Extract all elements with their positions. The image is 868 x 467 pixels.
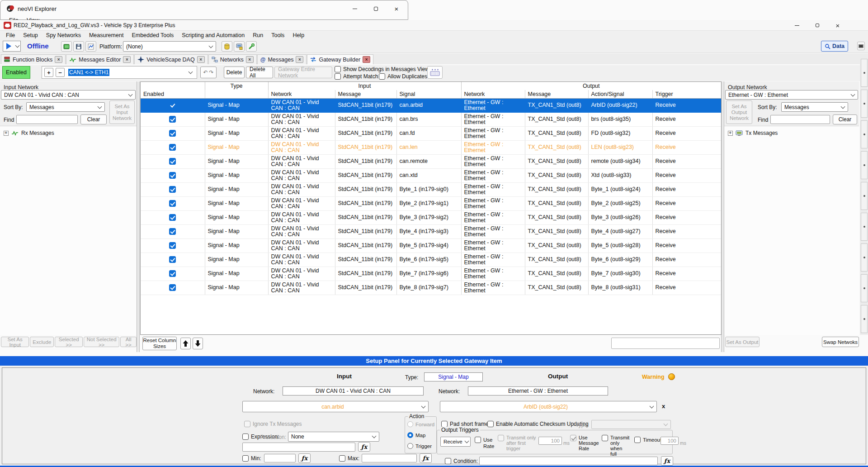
max-checkbox[interactable]: Max: [339, 455, 359, 462]
table-row[interactable]: Signal - Map DW CAN 01 - Vivid CAN : CAN… [141, 154, 721, 168]
col-output-message[interactable]: Message [525, 90, 588, 98]
table-row[interactable]: Signal - Map DW CAN 01 - Vivid CAN : CAN… [141, 281, 721, 295]
table-row[interactable]: Signal - Map DW CAN 01 - Vivid CAN : CAN… [141, 126, 721, 140]
checkbox[interactable] [335, 73, 341, 80]
row-enabled-checkbox[interactable] [169, 270, 176, 277]
move-up-button[interactable] [180, 338, 191, 349]
col-input-message[interactable]: Message [335, 90, 396, 98]
side-panel-toggle[interactable] [857, 42, 865, 50]
radio[interactable] [407, 443, 413, 449]
save-button[interactable] [73, 41, 84, 52]
action-map-radio[interactable]: Map [407, 432, 425, 438]
checkbox[interactable] [445, 458, 451, 464]
tab-close-icon[interactable]: × [296, 56, 303, 63]
output-network-combobox[interactable]: Ethernet - GW : Ethernet [725, 90, 858, 100]
menu-item[interactable]: Scripting and Automation [178, 32, 249, 38]
col-enabled[interactable]: Enabled [141, 90, 205, 98]
timeout-input[interactable]: 100 [660, 437, 679, 445]
row-enabled-checkbox[interactable] [169, 228, 176, 235]
action-trigger-radio[interactable]: Trigger [407, 443, 432, 449]
gateway-enabled-button[interactable]: Enabled [2, 66, 30, 79]
rx-messages-label[interactable]: Rx Messages [21, 130, 54, 136]
left-splitter[interactable] [137, 81, 140, 352]
menu-item[interactable]: Spy Networks [42, 32, 85, 38]
expand-icon[interactable] [4, 131, 9, 136]
table-row[interactable]: Signal - Map DW CAN 01 - Vivid CAN : CAN… [141, 267, 721, 281]
route-combobox[interactable]: CAN1 <-> ETH1 [68, 69, 109, 76]
timeout-checkbox[interactable]: Timeout: [634, 437, 663, 443]
type-value-box[interactable]: Signal - Map [424, 372, 483, 381]
row-enabled-checkbox[interactable] [169, 242, 176, 249]
show-decodings-checkbox[interactable]: Show Decodings in Messages View [335, 66, 429, 72]
find-input[interactable] [16, 115, 78, 124]
trigger-mode-combobox[interactable]: Receive [440, 437, 471, 447]
ignore-tx-checkbox[interactable]: Ignore Tx Messages [244, 421, 302, 427]
row-enabled-checkbox[interactable] [169, 214, 176, 221]
tab-networks[interactable]: Networks × [208, 54, 257, 64]
menu-item[interactable]: File [2, 32, 19, 38]
checkbox[interactable] [634, 437, 641, 443]
row-enabled-checkbox[interactable] [169, 158, 176, 165]
neovi-close-button[interactable]: × [387, 0, 406, 17]
vs3-minimize-button[interactable] [787, 20, 807, 31]
menu-item[interactable]: Embedded Tools [127, 32, 178, 38]
col-input-network[interactable]: Network [268, 90, 335, 98]
table-row[interactable]: Signal - Map DW CAN 01 - Vivid CAN : CAN… [141, 98, 721, 112]
redo-icon[interactable]: ↷ [209, 69, 214, 76]
tx-messages-label[interactable]: Tx Messages [745, 130, 778, 136]
max-fx-button[interactable]: ƒx [420, 453, 432, 463]
min-input[interactable] [264, 454, 296, 462]
protection-combobox[interactable]: None [288, 432, 379, 442]
move-down-button[interactable] [193, 338, 203, 349]
action-forward-radio[interactable]: Forward [407, 421, 434, 428]
ecu-config-button[interactable] [61, 41, 72, 52]
table-row[interactable]: Signal - Map DW CAN 01 - Vivid CAN : CAN… [141, 224, 721, 238]
tab-messages-editor[interactable]: Messages Editor × [66, 54, 134, 64]
play-dropdown-button[interactable] [14, 41, 21, 52]
tab-close-icon[interactable]: × [197, 56, 205, 63]
transmit-full-checkbox[interactable]: Transmit only when full [602, 435, 630, 457]
row-enabled-checkbox[interactable] [169, 172, 176, 179]
attempt-match-checkbox[interactable]: Attempt Match [335, 73, 378, 80]
table-row[interactable]: Signal - Map DW CAN 01 - Vivid CAN : CAN… [141, 182, 721, 196]
sort-by-combobox[interactable]: Messages [781, 102, 848, 112]
tab-close-icon[interactable]: × [246, 56, 254, 63]
right-splitter[interactable] [721, 81, 724, 352]
set-as-output-button[interactable]: Set As Output [725, 337, 760, 347]
checkbox[interactable] [244, 421, 250, 427]
neovi-maximize-button[interactable] [366, 0, 386, 17]
swap-networks-button[interactable]: Swap Netwoks [822, 337, 859, 347]
menu-item[interactable]: Setup [19, 32, 42, 38]
add-route-button[interactable]: + [44, 68, 53, 77]
dock-handle[interactable] [861, 59, 868, 87]
row-enabled-checkbox[interactable] [169, 144, 176, 151]
dock-handle[interactable] [861, 305, 868, 333]
rate-input[interactable]: 100 [538, 437, 562, 445]
expand-icon[interactable] [728, 131, 733, 136]
table-row[interactable]: Signal - Map DW CAN 01 - Vivid CAN : CAN… [141, 210, 721, 224]
tab-vehiclescape-daq[interactable]: VehicleScape DAQ × [134, 54, 208, 64]
transmit-after-checkbox[interactable]: Transmit only after first trigger [498, 435, 537, 451]
data-button[interactable]: Data [821, 41, 848, 52]
menu-item[interactable]: Tools [267, 32, 288, 38]
min-fx-button[interactable]: ƒx [298, 453, 311, 463]
checkbox[interactable] [475, 437, 481, 443]
pad-short-frames-checkbox[interactable]: Pad short frames [441, 421, 491, 427]
col-input-signal[interactable]: Signal [396, 90, 461, 98]
use-rate-checkbox[interactable]: Use Rate [475, 437, 496, 449]
input-network-combobox[interactable]: DW CAN 01 - Vivid CAN : CAN [1, 90, 136, 100]
dock-handle[interactable] [861, 243, 868, 272]
row-enabled-checkbox[interactable] [169, 186, 176, 193]
table-row[interactable]: Signal - Map DW CAN 01 - Vivid CAN : CAN… [141, 196, 721, 210]
vs3-restore-button[interactable] [807, 20, 827, 31]
radio[interactable] [407, 432, 413, 438]
undo-icon[interactable]: ↶ [203, 69, 208, 76]
mapping-matrix-button[interactable] [427, 66, 443, 79]
dock-handle[interactable] [861, 120, 868, 148]
dock-handle[interactable] [861, 151, 868, 179]
database-button[interactable] [222, 41, 232, 52]
expression-input[interactable] [242, 443, 355, 452]
tab-close-icon[interactable]: × [123, 56, 131, 63]
dock-handle[interactable] [861, 274, 868, 302]
input-footer-button[interactable]: Not Selected >> [84, 337, 119, 347]
